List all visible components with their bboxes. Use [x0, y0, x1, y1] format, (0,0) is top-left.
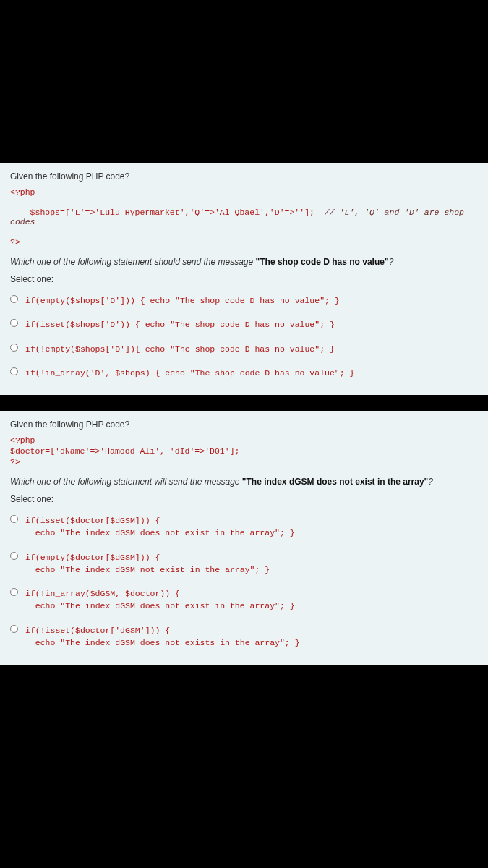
q2-code-body: $doctor=['dName'=>'Hamood Ali', 'dId'=>'…: [10, 446, 478, 456]
q1-option-2[interactable]: if(isset($shops['D')) { echo "The shop c…: [10, 312, 478, 336]
q2-option-3[interactable]: if(!in_array($dGSM, $doctor)) { echo "Th…: [10, 582, 478, 618]
q1-code-body: $shops=['L'=>'Lulu Hypermarket','Q'=>'Al…: [30, 208, 314, 217]
option-text: if(!in_array('D', $shops) { echo "The sh…: [25, 367, 354, 379]
radio-icon[interactable]: [10, 515, 18, 523]
option-line-2: echo "The index dGSM not exist in the ar…: [25, 563, 270, 576]
option-line-2: echo "The index dGSM does not exist in t…: [25, 527, 295, 539]
radio-icon[interactable]: [10, 588, 18, 596]
black-band-top: [0, 0, 488, 163]
question-1: Given the following PHP code? <?php $sho…: [0, 163, 488, 395]
option-text: if(!isset($doctor['dGSM'])) { echo "The …: [25, 624, 300, 650]
q2-code-close: ?>: [10, 457, 478, 467]
q2-code-open: <?php: [10, 435, 478, 445]
q2-prompt-post: ?: [428, 477, 433, 487]
option-line-1: if(!isset($doctor['dGSM'])) {: [25, 624, 300, 637]
q1-intro: Given the following PHP code?: [10, 171, 478, 182]
question-gap: [0, 395, 488, 411]
option-text: if(isset($shops['D')) { echo "The shop c…: [25, 318, 335, 331]
q1-prompt: Which one of the following statement sho…: [10, 257, 478, 267]
radio-icon[interactable]: [10, 344, 18, 352]
option-text: if(empty($shops['D'])) { echo "The shop …: [25, 294, 340, 307]
q1-option-1[interactable]: if(empty($shops['D'])) { echo "The shop …: [10, 289, 478, 312]
option-text: if(!in_array($dGSM, $doctor)) { echo "Th…: [25, 587, 295, 613]
q1-code-close: ?>: [10, 237, 478, 247]
q2-option-2[interactable]: if(empty($doctor[$dGSM])) { echo "The in…: [10, 545, 478, 582]
question-2: Given the following PHP code? <?php $doc…: [0, 411, 488, 665]
q2-prompt: Which one of the following statement wil…: [10, 477, 478, 487]
q2-prompt-pre: Which one of the following statement wil…: [10, 477, 242, 487]
q2-prompt-bold: "The index dGSM does not exist in the ar…: [242, 477, 428, 487]
q2-select-label: Select one:: [10, 494, 478, 504]
option-text: if(empty($doctor[$dGSM])) { echo "The in…: [25, 551, 270, 576]
option-line-2: echo "The index dGSM does not exists in …: [25, 637, 300, 649]
q1-prompt-post: ?: [389, 257, 394, 267]
q2-option-4[interactable]: if(!isset($doctor['dGSM'])) { echo "The …: [10, 618, 478, 655]
radio-icon[interactable]: [10, 319, 18, 327]
q1-option-3[interactable]: if(!empty($shops['D']){ echo "The shop c…: [10, 337, 478, 361]
option-line-1: if(isset($doctor[$dGSM])) {: [25, 514, 295, 527]
radio-icon[interactable]: [10, 552, 18, 560]
q1-select-label: Select one:: [10, 274, 478, 284]
q1-code-main: $shops=['L'=>'Lulu Hypermarket','Q'=>'Al…: [10, 198, 478, 236]
radio-icon[interactable]: [10, 367, 18, 375]
q1-code-open: <?php: [10, 187, 478, 197]
option-text: if(isset($doctor[$dGSM])) { echo "The in…: [25, 514, 295, 540]
option-line-1: if(empty($doctor[$dGSM])) {: [25, 551, 270, 563]
radio-icon[interactable]: [10, 295, 18, 303]
q2-intro: Given the following PHP code?: [10, 420, 478, 430]
q2-option-1[interactable]: if(isset($doctor[$dGSM])) { echo "The in…: [10, 509, 478, 545]
option-line-1: if(!in_array($dGSM, $doctor)) {: [25, 587, 295, 600]
option-text: if(!empty($shops['D']){ echo "The shop c…: [25, 343, 335, 355]
q1-prompt-pre: Which one of the following statement sho…: [10, 257, 256, 267]
option-line-2: echo "The index dGSM does not exist in t…: [25, 600, 295, 612]
q1-prompt-bold: "The shop code D has no value": [256, 257, 389, 267]
q1-option-4[interactable]: if(!in_array('D', $shops) { echo "The sh…: [10, 361, 478, 385]
radio-icon[interactable]: [10, 625, 18, 633]
